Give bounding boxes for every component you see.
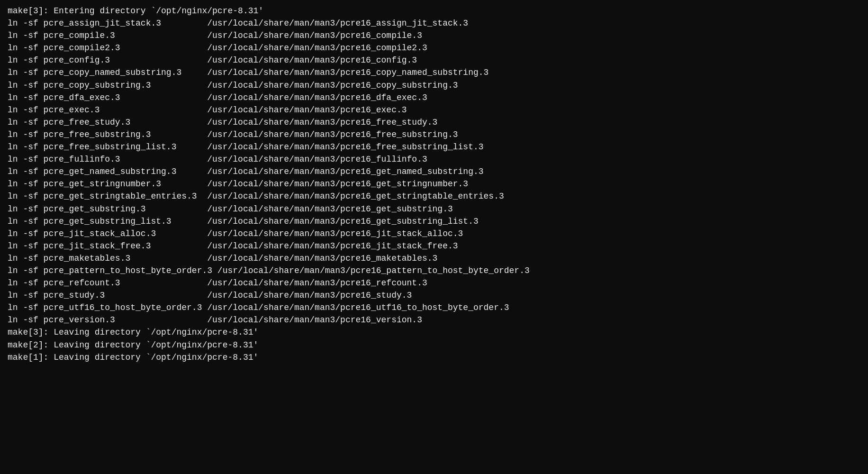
terminal-line: ln -sf pcre_study.3 /usr/local/share/man…	[8, 289, 860, 301]
terminal-line: ln -sf pcre_jit_stack_free.3 /usr/local/…	[8, 240, 860, 252]
terminal-line: make[2]: Leaving directory `/opt/nginx/p…	[8, 339, 860, 351]
terminal-line: ln -sf pcre_get_substring.3 /usr/local/s…	[8, 203, 860, 215]
terminal-output: make[3]: Entering directory `/opt/nginx/…	[8, 5, 860, 364]
terminal-line: ln -sf pcre_compile2.3 /usr/local/share/…	[8, 42, 860, 54]
terminal-line: make[3]: Entering directory `/opt/nginx/…	[8, 5, 860, 17]
terminal-line: ln -sf pcre_compile.3 /usr/local/share/m…	[8, 29, 860, 42]
terminal-line: ln -sf pcre_refcount.3 /usr/local/share/…	[8, 277, 860, 289]
terminal-line: ln -sf pcre_get_named_substring.3 /usr/l…	[8, 165, 860, 178]
terminal-line: ln -sf pcre_fullinfo.3 /usr/local/share/…	[8, 153, 860, 165]
terminal-line: ln -sf pcre_free_substring_list.3 /usr/l…	[8, 141, 860, 153]
terminal-line: ln -sf pcre_copy_substring.3 /usr/local/…	[8, 79, 860, 91]
terminal-line: make[3]: Leaving directory `/opt/nginx/p…	[8, 326, 860, 338]
terminal-line: ln -sf pcre_jit_stack_alloc.3 /usr/local…	[8, 228, 860, 240]
terminal-line: ln -sf pcre_assign_jit_stack.3 /usr/loca…	[8, 17, 860, 29]
terminal-line: make[1]: Leaving directory `/opt/nginx/p…	[8, 351, 860, 364]
terminal-line: ln -sf pcre_pattern_to_host_byte_order.3…	[8, 264, 860, 277]
terminal-line: ln -sf pcre_version.3 /usr/local/share/m…	[8, 314, 860, 326]
terminal-line: ln -sf pcre_utf16_to_host_byte_order.3 /…	[8, 301, 860, 314]
terminal-line: ln -sf pcre_config.3 /usr/local/share/ma…	[8, 54, 860, 66]
terminal-line: ln -sf pcre_maketables.3 /usr/local/shar…	[8, 252, 860, 264]
terminal-line: ln -sf pcre_get_stringnumber.3 /usr/loca…	[8, 178, 860, 190]
terminal-line: ln -sf pcre_get_substring_list.3 /usr/lo…	[8, 215, 860, 228]
terminal-line: ln -sf pcre_free_study.3 /usr/local/shar…	[8, 116, 860, 128]
terminal-line: ln -sf pcre_get_stringtable_entries.3 /u…	[8, 190, 860, 202]
terminal-line: ln -sf pcre_dfa_exec.3 /usr/local/share/…	[8, 91, 860, 104]
terminal-line: ln -sf pcre_exec.3 /usr/local/share/man/…	[8, 104, 860, 116]
terminal-line: ln -sf pcre_copy_named_substring.3 /usr/…	[8, 66, 860, 79]
terminal-line: ln -sf pcre_free_substring.3 /usr/local/…	[8, 128, 860, 141]
